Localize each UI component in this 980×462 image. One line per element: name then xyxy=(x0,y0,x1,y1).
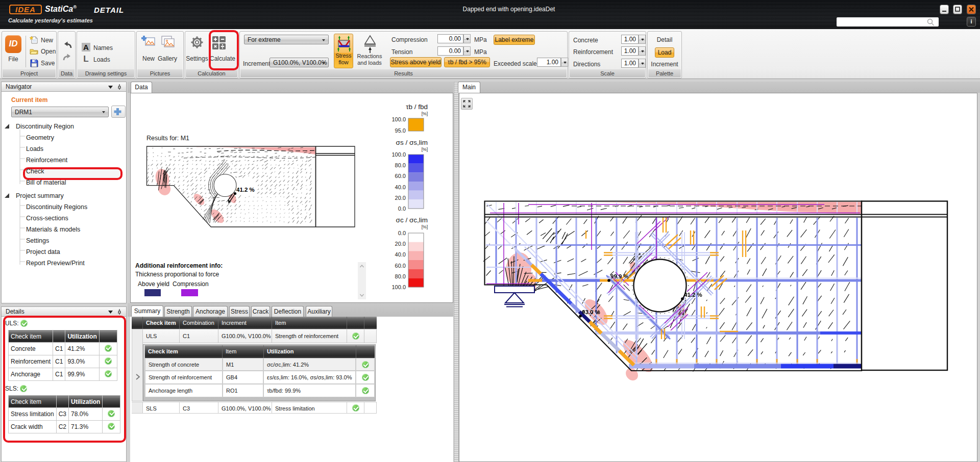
svg-text:41.2 %: 41.2 % xyxy=(684,292,702,298)
svg-text:99.9 %: 99.9 % xyxy=(610,273,629,279)
svg-text:93.0 %: 93.0 % xyxy=(582,309,600,315)
